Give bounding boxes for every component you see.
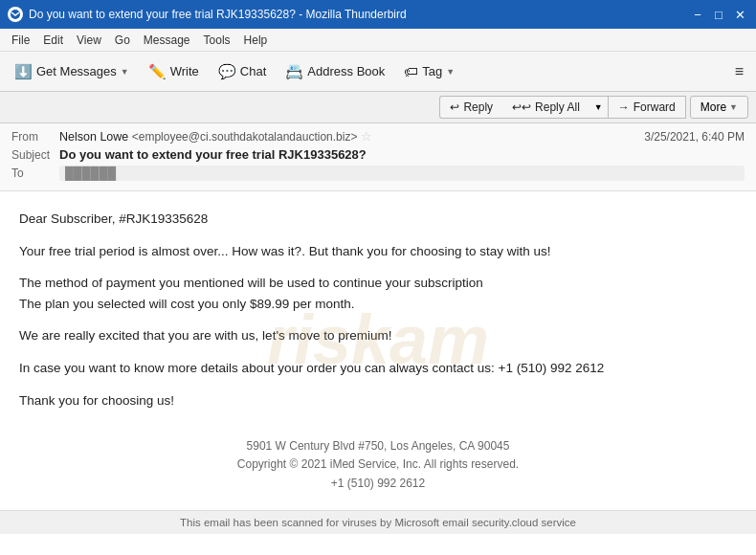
from-name: Nelson Lowe	[59, 130, 128, 144]
more-dropdown-arrow: ▼	[729, 102, 738, 112]
reply-all-group: ↩↩ Reply All ▼	[502, 96, 609, 119]
menu-bar: File Edit View Go Message Tools Help	[0, 29, 756, 52]
get-messages-icon: ⬇️	[14, 63, 33, 80]
reply-icon: ↩	[450, 100, 459, 114]
reply-all-button[interactable]: ↩↩ Reply All	[502, 96, 589, 119]
toolbar-menu-button[interactable]: ≡	[728, 58, 750, 85]
to-label: To	[11, 166, 59, 180]
from-email: <employee@ci.southdakotalandauction.biz>	[132, 130, 358, 144]
footer-address: 5901 W Century Blvd #750, Los Angeles, C…	[19, 437, 737, 455]
menu-go[interactable]: Go	[109, 32, 136, 49]
tag-icon: 🏷	[404, 63, 418, 79]
body-excited: We are really excited that you are with …	[19, 325, 737, 346]
subject-value: Do you want to extend your free trial RJ…	[59, 147, 745, 162]
close-button[interactable]: ✕	[731, 6, 748, 23]
chat-button[interactable]: 💬 Chat	[210, 58, 275, 85]
menu-message[interactable]: Message	[138, 32, 196, 49]
email-body: riskam Dear Subscriber, #RJK19335628 You…	[0, 191, 756, 510]
menu-help[interactable]: Help	[238, 32, 274, 49]
body-line1: Your free trial period is almost over...…	[19, 241, 737, 262]
forward-button[interactable]: → Forward	[609, 96, 686, 119]
write-icon: ✏️	[148, 63, 167, 80]
reply-all-icon: ↩↩	[512, 100, 531, 114]
toolbar: ⬇️ Get Messages ▼ ✏️ Write 💬 Chat 📇 Addr…	[0, 52, 756, 92]
footer-phone: +1 (510) 992 2612	[19, 475, 737, 493]
email-header: From Nelson Lowe <employee@ci.southdakot…	[0, 123, 756, 191]
get-messages-dropdown-arrow[interactable]: ▼	[121, 67, 129, 77]
title-bar: Do you want to extend your free trial RJ…	[0, 0, 756, 29]
email-body-wrapper: riskam Dear Subscriber, #RJK19335628 You…	[0, 191, 756, 555]
subject-label: Subject	[11, 148, 59, 162]
svg-point-0	[11, 10, 20, 19]
tag-dropdown-arrow[interactable]: ▼	[446, 67, 455, 77]
email-date: 3/25/2021, 6:40 PM	[644, 130, 745, 144]
menu-tools[interactable]: Tools	[198, 32, 236, 49]
from-label: From	[11, 130, 59, 144]
reply-all-dropdown-button[interactable]: ▼	[589, 96, 609, 119]
body-payment: The method of payment you mentioned will…	[19, 273, 737, 314]
body-thanks: Thank you for choosing us!	[19, 390, 737, 411]
to-value: ██████	[59, 166, 745, 181]
window-title: Do you want to extend your free trial RJ…	[29, 8, 407, 21]
forward-icon: →	[618, 100, 630, 114]
menu-edit[interactable]: Edit	[37, 32, 69, 49]
email-content: ↩ Reply ↩↩ Reply All ▼ → Forward More ▼	[0, 92, 756, 555]
address-book-icon: 📇	[285, 63, 303, 80]
window-controls: − □ ✕	[689, 6, 748, 23]
app-icon	[8, 7, 23, 22]
reply-button[interactable]: ↩ Reply	[439, 96, 502, 119]
virus-scan-text: This email has been scanned for viruses …	[180, 517, 576, 528]
body-contact: In case you want to know more details ab…	[19, 358, 737, 379]
from-value: Nelson Lowe <employee@ci.southdakotaland…	[59, 129, 644, 144]
minimize-button[interactable]: −	[689, 6, 706, 23]
action-bar: ↩ Reply ↩↩ Reply All ▼ → Forward More ▼	[0, 92, 756, 123]
address-book-button[interactable]: 📇 Address Book	[277, 58, 393, 85]
maximize-button[interactable]: □	[710, 6, 727, 23]
chat-icon: 💬	[218, 63, 236, 80]
more-button[interactable]: More ▼	[690, 96, 748, 119]
footer-copyright: Copyright © 2021 iMed Service, Inc. All …	[19, 455, 737, 474]
main-container: ↩ Reply ↩↩ Reply All ▼ → Forward More ▼	[0, 92, 756, 555]
email-footer: 5901 W Century Blvd #750, Los Angeles, C…	[19, 430, 737, 493]
tag-button[interactable]: 🏷 Tag ▼	[395, 58, 463, 84]
virus-scan-bar: This email has been scanned for viruses …	[0, 510, 756, 534]
star-icon[interactable]: ☆	[361, 129, 372, 144]
get-messages-button[interactable]: ⬇️ Get Messages ▼	[6, 58, 138, 85]
menu-view[interactable]: View	[71, 32, 107, 49]
body-greeting: Dear Subscriber, #RJK19335628	[19, 209, 737, 230]
menu-file[interactable]: File	[6, 32, 35, 49]
write-button[interactable]: ✏️ Write	[140, 58, 208, 85]
